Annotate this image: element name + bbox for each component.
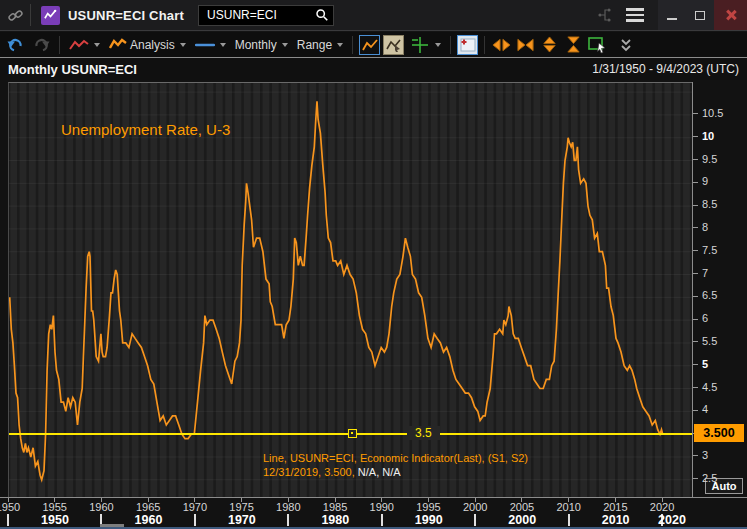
compress-horizontal-button[interactable]: [515, 35, 536, 55]
date-range-label: 1/31/1950 - 9/4/2023 (UTC): [592, 62, 739, 76]
x-decade-label: 1950: [32, 513, 78, 527]
x-tick-label: 2015: [598, 501, 632, 513]
app-menu-button[interactable]: [620, 0, 650, 30]
red-plus-chart-icon: [460, 38, 476, 52]
x-tick-label: 1965: [131, 501, 165, 513]
x-decade-label: 1970: [219, 513, 265, 527]
y-tick-label: 5: [702, 358, 708, 370]
y-tick-label: 3: [702, 449, 708, 461]
x-tick-label: 2000: [458, 501, 492, 513]
trend-line-handle[interactable]: [348, 429, 357, 438]
interval-label: Monthly: [235, 38, 277, 52]
legend-line1: Line, USUNR=ECI, Economic Indicator(Last…: [263, 451, 528, 465]
maximize-button[interactable]: [686, 0, 714, 30]
compress-vertical-icon: [565, 36, 582, 53]
compress-vertical-button[interactable]: [563, 35, 584, 55]
pointer-analysis-button[interactable]: [383, 35, 404, 55]
zigzag-chart-icon: [44, 9, 57, 22]
x-decade-tick: [194, 514, 196, 526]
y-tick-label: 8: [702, 221, 708, 233]
hamburger-menu-icon: [626, 8, 644, 22]
x-decade-tick: [381, 514, 383, 526]
y-tick-mark: [693, 364, 698, 365]
green-axis-icon: [410, 36, 430, 54]
expand-horizontal-button[interactable]: [491, 35, 512, 55]
x-decade-tick: [568, 514, 570, 526]
y-tick-mark: [693, 250, 698, 251]
analysis-label: Analysis: [130, 38, 175, 52]
app-title: USUNR=ECI Chart: [68, 8, 184, 23]
undo-icon: [7, 36, 24, 53]
line-style-button[interactable]: [66, 36, 103, 54]
maximize-icon: [695, 11, 705, 20]
orange-zigzag-icon: [109, 38, 127, 51]
line-chart-icon: [362, 38, 378, 52]
redo-button[interactable]: [30, 34, 53, 55]
selection-mode-button[interactable]: [587, 35, 608, 55]
toolbar-divider: [352, 36, 353, 54]
range-dropdown[interactable]: Range: [294, 36, 346, 54]
analysis-dropdown[interactable]: Analysis: [106, 36, 189, 54]
y-tick-label: 6.5: [702, 289, 717, 301]
x-decade-tick: [474, 514, 476, 526]
double-chevron-down-icon: [620, 38, 632, 52]
y-tick-label: 10.5: [702, 107, 723, 119]
red-zigzag-icon: [69, 38, 89, 52]
y-tick-label: 8.5: [702, 198, 717, 210]
y-tick-label: 5.5: [702, 335, 717, 347]
x-tick-label: 1960: [84, 501, 118, 513]
x-tick-label: 1990: [365, 501, 399, 513]
x-decade-tick: [7, 514, 9, 526]
x-decade-label: 1980: [312, 513, 358, 527]
selection-cursor-icon: [588, 36, 608, 54]
y-tick-label: 6: [702, 312, 708, 324]
x-tick-label: 1955: [38, 501, 72, 513]
blue-line-icon: [195, 42, 215, 48]
range-label: Range: [297, 38, 332, 52]
line-color-button[interactable]: [192, 40, 229, 50]
y-tick-mark: [693, 205, 698, 206]
y-tick-mark: [693, 227, 698, 228]
x-tick-label: 1995: [411, 501, 445, 513]
y-tick-label: 4: [702, 403, 708, 415]
y-axis[interactable]: Auto 2.533.544.555.566.577.588.599.51010…: [692, 82, 747, 497]
y-tick-mark: [693, 113, 698, 114]
plot-area[interactable]: Unemployment Rate, U-3 3.5 Line, USUNR=E…: [8, 82, 692, 497]
x-decade-label: 1990: [406, 513, 452, 527]
chevron-down-icon: [337, 43, 343, 47]
y-tick-label: 10: [702, 130, 714, 142]
axis-tools-button[interactable]: [407, 34, 444, 56]
chart-type-button[interactable]: [359, 35, 380, 55]
trend-line-price-badge: 3.500: [694, 424, 744, 442]
y-tick-mark: [693, 182, 698, 183]
more-tools-button[interactable]: [617, 36, 635, 54]
add-subchart-button[interactable]: [457, 35, 478, 55]
symbol-search-box[interactable]: [198, 5, 334, 26]
x-tick-label: 2020: [645, 501, 679, 513]
chain-link-icon: [8, 8, 23, 23]
hand-chart-icon: [386, 38, 402, 52]
title-bar: USUNR=ECI Chart: [0, 0, 747, 31]
chart-app-icon: [41, 6, 60, 25]
layout-link-button[interactable]: [590, 0, 620, 30]
titlebar-right-controls: [590, 0, 747, 30]
titlebar-divider: [30, 4, 31, 26]
link-channel-button[interactable]: [0, 8, 30, 23]
close-button[interactable]: [714, 0, 747, 30]
redo-icon: [33, 36, 50, 53]
interval-dropdown[interactable]: Monthly: [232, 36, 291, 54]
window-controls: [658, 0, 747, 30]
search-icon[interactable]: [315, 8, 329, 22]
symbol-search-input[interactable]: [207, 8, 315, 22]
x-tick-label: 1950: [0, 501, 25, 513]
undo-button[interactable]: [4, 34, 27, 55]
y-tick-label: 4.5: [702, 381, 717, 393]
x-tick-label: 2010: [552, 501, 586, 513]
legend-line2: 12/31/2019, 3.500, N/A, N/A: [263, 465, 528, 479]
minimize-button[interactable]: [658, 0, 686, 30]
expand-vertical-button[interactable]: [539, 35, 560, 55]
x-decade-label: 2020: [649, 513, 695, 527]
chart-toolbar: Analysis Monthly Range: [0, 32, 747, 57]
toolbar-divider: [59, 36, 60, 54]
y-tick-mark: [693, 159, 698, 160]
